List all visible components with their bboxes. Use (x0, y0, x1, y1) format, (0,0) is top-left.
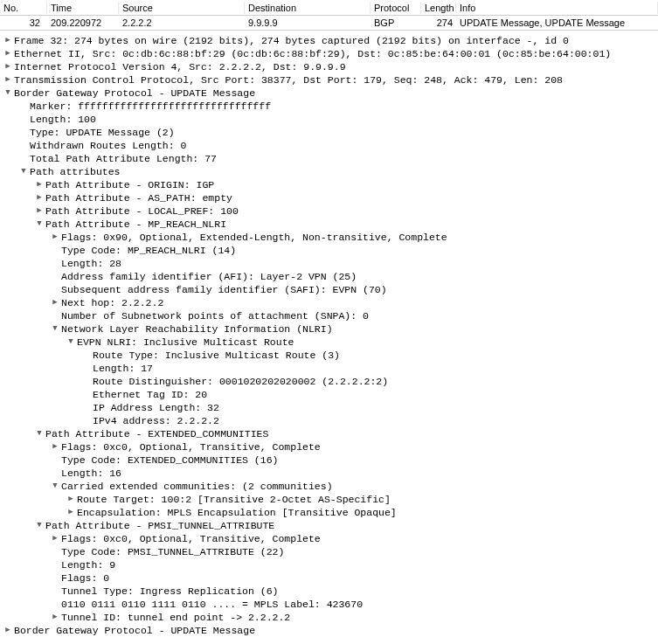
tree-row-label: Route Target: 100:2 [Transitive 2-Octet … (77, 493, 391, 506)
tree-row-label: Next hop: 2.2.2.2 (61, 296, 163, 309)
tree-row[interactable]: ▶Type Code: EXTENDED_COMMUNITIES (16) (0, 454, 658, 467)
tree-row[interactable]: ▶Ethernet Tag ID: 20 (0, 388, 658, 401)
tree-row-label: Number of Subnetwork points of attachmen… (61, 309, 369, 322)
col-header-length[interactable]: Length (421, 2, 456, 14)
tree-row[interactable]: ▶Flags: 0xc0, Optional, Transitive, Comp… (0, 532, 658, 545)
tree-row[interactable]: ▼Network Layer Reachability Information … (0, 322, 658, 336)
tree-row[interactable]: ▶Type Code: PMSI_TUNNEL_ATTRIBUTE (22) (0, 545, 658, 558)
col-header-protocol[interactable]: Protocol (371, 2, 421, 14)
tree-row[interactable]: ▶Flags: 0x90, Optional, Extended-Length,… (0, 231, 658, 244)
tree-row[interactable]: ▼Path Attribute - EXTENDED_COMMUNITIES (0, 427, 658, 440)
expand-closed-icon[interactable]: ▶ (35, 178, 44, 191)
tree-row[interactable]: ▼Path Attribute - MP_REACH_NLRI (0, 218, 658, 231)
tree-row[interactable]: ▶Route Distinguisher: 0001020202020002 (… (0, 375, 658, 388)
tree-row[interactable]: ▼Carried extended communities: (2 commun… (0, 480, 658, 493)
tree-row[interactable]: ▶Subsequent address family identifier (S… (0, 283, 658, 296)
tree-row[interactable]: ▶Address family identifier (AFI): Layer-… (0, 270, 658, 283)
expand-none-icon: ▶ (82, 362, 91, 375)
col-header-source[interactable]: Source (119, 2, 245, 14)
cell-protocol: BGP (371, 17, 421, 28)
expand-closed-icon[interactable]: ▶ (51, 296, 59, 309)
tree-row[interactable]: ▶Ethernet II, Src: 0c:db:6c:88:bf:29 (0c… (0, 47, 658, 60)
cell-length: 274 (421, 17, 456, 28)
tree-row[interactable]: ▶Withdrawn Routes Length: 0 (0, 139, 658, 152)
tree-row-label: Border Gateway Protocol - UPDATE Message (14, 624, 255, 637)
tree-row[interactable]: ▼Border Gateway Protocol - UPDATE Messag… (0, 87, 658, 100)
tree-row[interactable]: ▶Route Type: Inclusive Multicast Route (… (0, 349, 658, 362)
tree-row[interactable]: ▶Number of Subnetwork points of attachme… (0, 309, 658, 322)
packet-row[interactable]: 32 209.220972 2.2.2.2 9.9.9.9 BGP 274 UP… (0, 16, 658, 30)
tree-row[interactable]: ▶Next hop: 2.2.2.2 (0, 296, 658, 309)
tree-row[interactable]: ▶0110 0111 0110 1111 0110 .... = MPLS La… (0, 598, 658, 611)
tree-row-label: Internet Protocol Version 4, Src: 2.2.2.… (14, 60, 346, 73)
tree-row[interactable]: ▶Frame 32: 274 bytes on wire (2192 bits)… (0, 34, 658, 47)
packet-list-header: No. Time Source Destination Protocol Len… (0, 0, 658, 16)
expand-closed-icon[interactable]: ▶ (66, 493, 75, 506)
expand-open-icon[interactable]: ▼ (51, 322, 59, 336)
tree-row-label: Marker: ffffffffffffffffffffffffffffffff (30, 100, 271, 113)
expand-none-icon: ▶ (51, 270, 59, 283)
expand-closed-icon[interactable]: ▶ (51, 532, 59, 545)
expand-closed-icon[interactable]: ▶ (35, 191, 44, 204)
tree-row[interactable]: ▶IPv4 address: 2.2.2.2 (0, 414, 658, 427)
tree-row-label: Ethernet II, Src: 0c:db:6c:88:bf:29 (0c:… (14, 47, 611, 60)
expand-closed-icon[interactable]: ▶ (3, 34, 12, 47)
col-header-destination[interactable]: Destination (245, 2, 371, 14)
tree-row[interactable]: ▶Path Attribute - LOCAL_PREF: 100 (0, 204, 658, 218)
tree-row[interactable]: ▶Length: 9 (0, 558, 658, 571)
col-header-info[interactable]: Info (456, 2, 658, 14)
tree-row[interactable]: ▶Type Code: MP_REACH_NLRI (14) (0, 244, 658, 257)
expand-open-icon[interactable]: ▼ (19, 165, 28, 178)
tree-row[interactable]: ▶Length: 100 (0, 113, 658, 126)
tree-row[interactable]: ▶Length: 17 (0, 362, 658, 375)
tree-row[interactable]: ▼Path attributes (0, 165, 658, 178)
tree-row[interactable]: ▶Length: 16 (0, 467, 658, 480)
expand-closed-icon[interactable]: ▶ (3, 73, 12, 87)
col-header-no[interactable]: No. (0, 2, 47, 14)
col-header-time[interactable]: Time (47, 2, 119, 14)
tree-row-label: Flags: 0xc0, Optional, Transitive, Compl… (61, 440, 321, 454)
expand-closed-icon[interactable]: ▶ (66, 506, 75, 519)
tree-row[interactable]: ▶IP Address Length: 32 (0, 401, 658, 414)
expand-open-icon[interactable]: ▼ (35, 218, 44, 231)
tree-row-label: Transmission Control Protocol, Src Port:… (14, 73, 563, 87)
tree-row-label: Network Layer Reachability Information (… (61, 322, 333, 336)
tree-row[interactable]: ▶Path Attribute - AS_PATH: empty (0, 191, 658, 204)
tree-row[interactable]: ▼Path Attribute - PMSI_TUNNEL_ATTRIBUTE (0, 519, 658, 532)
tree-row[interactable]: ▶Border Gateway Protocol - UPDATE Messag… (0, 624, 658, 637)
tree-row[interactable]: ▶Flags: 0xc0, Optional, Transitive, Comp… (0, 440, 658, 454)
tree-row[interactable]: ▶Type: UPDATE Message (2) (0, 126, 658, 139)
expand-none-icon: ▶ (19, 152, 28, 165)
tree-row[interactable]: ▶Tunnel Type: Ingress Replication (6) (0, 585, 658, 598)
expand-open-icon[interactable]: ▼ (35, 427, 44, 440)
expand-none-icon: ▶ (82, 401, 91, 414)
expand-closed-icon[interactable]: ▶ (3, 47, 12, 60)
tree-row[interactable]: ▶Path Attribute - ORIGIN: IGP (0, 178, 658, 191)
expand-closed-icon[interactable]: ▶ (3, 624, 12, 637)
expand-open-icon[interactable]: ▼ (3, 87, 12, 100)
tree-row[interactable]: ▶Transmission Control Protocol, Src Port… (0, 73, 658, 87)
tree-row[interactable]: ▶Internet Protocol Version 4, Src: 2.2.2… (0, 60, 658, 73)
tree-row[interactable]: ▶Tunnel ID: tunnel end point -> 2.2.2.2 (0, 611, 658, 624)
expand-open-icon[interactable]: ▼ (66, 336, 75, 349)
tree-row-label: Length: 100 (30, 113, 96, 126)
tree-row[interactable]: ▼EVPN NLRI: Inclusive Multicast Route (0, 336, 658, 349)
expand-closed-icon[interactable]: ▶ (3, 60, 12, 73)
expand-open-icon[interactable]: ▼ (51, 480, 59, 493)
tree-row[interactable]: ▶Route Target: 100:2 [Transitive 2-Octet… (0, 493, 658, 506)
tree-row[interactable]: ▶Flags: 0 (0, 571, 658, 585)
expand-closed-icon[interactable]: ▶ (51, 231, 59, 244)
expand-open-icon[interactable]: ▼ (35, 519, 44, 532)
tree-row-label: Path Attribute - MP_REACH_NLRI (45, 218, 226, 231)
tree-row[interactable]: ▶Total Path Attribute Length: 77 (0, 152, 658, 165)
tree-row[interactable]: ▶Encapsulation: MPLS Encapsulation [Tran… (0, 506, 658, 519)
tree-row-label: EVPN NLRI: Inclusive Multicast Route (77, 336, 294, 349)
expand-none-icon: ▶ (51, 283, 59, 296)
tree-row[interactable]: ▶Length: 28 (0, 257, 658, 270)
tree-row-label: Path Attribute - EXTENDED_COMMUNITIES (45, 427, 268, 440)
expand-closed-icon[interactable]: ▶ (51, 611, 59, 624)
expand-closed-icon[interactable]: ▶ (35, 204, 44, 218)
expand-closed-icon[interactable]: ▶ (51, 440, 59, 454)
expand-none-icon: ▶ (19, 139, 28, 152)
tree-row[interactable]: ▶Marker: fffffffffffffffffffffffffffffff… (0, 100, 658, 113)
